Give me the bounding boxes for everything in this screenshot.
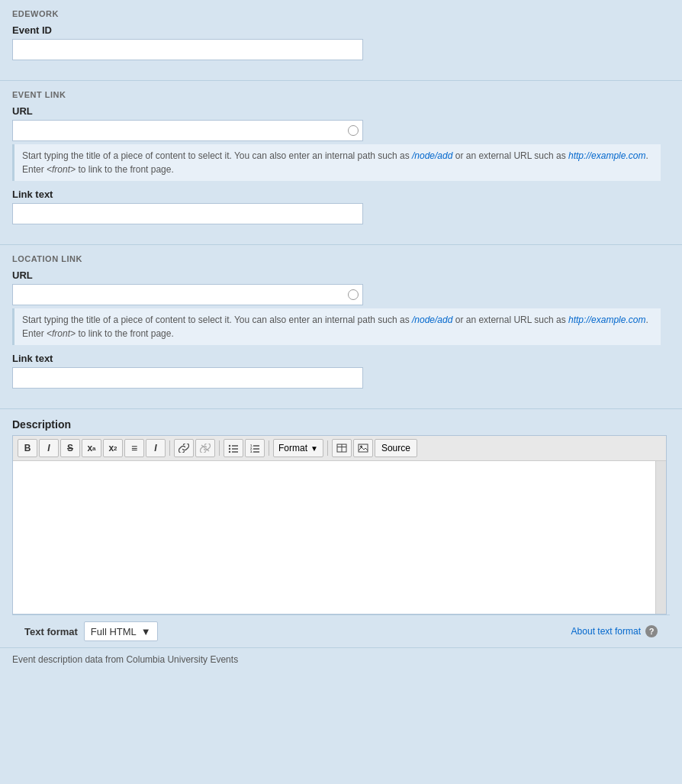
subscript-button[interactable]: x2: [103, 439, 123, 457]
url-search-icon: [348, 125, 359, 136]
editor-body[interactable]: [13, 461, 666, 614]
event-url-wrapper: [12, 120, 363, 141]
location-link-text-field-group: Link text: [12, 353, 670, 389]
event-link-text-label: Link text: [12, 189, 670, 200]
svg-rect-12: [253, 451, 259, 452]
text-format-left: Text format Full HTML ▼: [24, 621, 158, 641]
text-format-label: Text format: [24, 626, 78, 637]
footer-bar: Event description data from Columbia Uni…: [0, 647, 682, 671]
location-url-hint: Start typing the title of a piece of con…: [12, 308, 661, 345]
toolbar-separator-4: [327, 440, 328, 456]
framework-title: EDEWORK: [12, 9, 670, 18]
editor-scrollbar[interactable]: [655, 461, 666, 614]
unlink-button[interactable]: [195, 439, 215, 457]
align-button[interactable]: ≡: [124, 439, 144, 457]
event-link-text-input[interactable]: [12, 203, 363, 224]
location-url-field-group: URL Start typing the title of a piece of…: [12, 269, 670, 345]
bold-button[interactable]: B: [18, 439, 37, 457]
italic-button[interactable]: I: [39, 439, 59, 457]
svg-text:3.: 3.: [250, 450, 253, 453]
description-section: Description B I S xa x2 ≡ I: [0, 409, 682, 647]
event-url-hint-internal-link[interactable]: /node/add: [412, 150, 452, 161]
svg-rect-16: [359, 444, 368, 452]
link-button[interactable]: [174, 439, 194, 457]
text-format-right: About text format ?: [571, 625, 658, 637]
page-container: EDEWORK Event ID EVENT LINK URL Start ty…: [0, 0, 682, 784]
svg-point-1: [229, 445, 230, 447]
event-url-hint-external-link[interactable]: http://example.com: [568, 150, 645, 161]
location-link-text-input[interactable]: [12, 367, 363, 389]
location-url-search-icon: [348, 289, 359, 300]
superscript-button[interactable]: xa: [82, 439, 101, 457]
text-format-bar: Text format Full HTML ▼ About text forma…: [12, 615, 670, 647]
editor-wrapper: B I S xa x2 ≡ I: [12, 435, 667, 615]
footer-text: Event description data from Columbia Uni…: [12, 654, 238, 665]
event-id-label: Event ID: [12, 24, 670, 36]
help-icon[interactable]: ?: [645, 625, 658, 637]
event-link-text-field-group: Link text: [12, 189, 670, 224]
strikethrough-button[interactable]: S: [60, 439, 80, 457]
image-button[interactable]: [353, 439, 373, 457]
clear-format-button[interactable]: I: [146, 439, 166, 457]
location-url-input[interactable]: [12, 284, 363, 305]
svg-point-3: [229, 448, 230, 450]
editor-toolbar: B I S xa x2 ≡ I: [13, 436, 666, 461]
location-url-hint-internal-link[interactable]: /node/add: [412, 315, 452, 325]
event-id-field-group: Event ID: [12, 24, 670, 60]
location-link-section: LOCATION LINK URL Start typing the title…: [0, 245, 682, 409]
source-button[interactable]: Source: [375, 439, 417, 457]
text-format-chevron-icon: ▼: [141, 626, 151, 637]
svg-rect-8: [253, 445, 259, 446]
event-url-field-group: URL Start typing the title of a piece of…: [12, 105, 670, 181]
description-label: Description: [12, 418, 670, 431]
event-url-hint: Start typing the title of a piece of con…: [12, 144, 661, 181]
location-url-hint-external-link[interactable]: http://example.com: [568, 315, 645, 325]
text-format-selected: Full HTML: [91, 626, 137, 637]
toolbar-separator-1: [169, 440, 170, 456]
svg-point-5: [229, 451, 230, 453]
source-label: Source: [381, 443, 410, 453]
svg-rect-10: [253, 448, 259, 449]
text-format-select[interactable]: Full HTML ▼: [84, 621, 158, 641]
event-id-input[interactable]: [12, 39, 363, 60]
svg-rect-4: [232, 448, 238, 449]
format-dropdown[interactable]: Format ▼: [273, 439, 323, 457]
format-chevron-icon: ▼: [310, 444, 318, 453]
ordered-list-button[interactable]: 1. 2. 3.: [245, 439, 265, 457]
event-link-section: EVENT LINK URL Start typing the title of…: [0, 81, 682, 245]
event-link-title: EVENT LINK: [12, 90, 670, 99]
toolbar-separator-3: [269, 440, 269, 456]
about-text-format-link[interactable]: About text format: [571, 626, 641, 637]
svg-rect-6: [232, 451, 238, 452]
location-url-label: URL: [12, 269, 670, 281]
framework-section: EDEWORK Event ID: [0, 0, 682, 81]
svg-rect-2: [232, 445, 238, 446]
event-url-label: URL: [12, 105, 670, 117]
location-url-wrapper: [12, 284, 363, 305]
table-button[interactable]: [332, 439, 352, 457]
location-link-text-label: Link text: [12, 353, 670, 364]
toolbar-separator-2: [219, 440, 220, 456]
unordered-list-button[interactable]: [224, 439, 243, 457]
event-url-input[interactable]: [12, 120, 363, 141]
location-link-title: LOCATION LINK: [12, 254, 670, 263]
format-label: Format: [278, 443, 307, 453]
